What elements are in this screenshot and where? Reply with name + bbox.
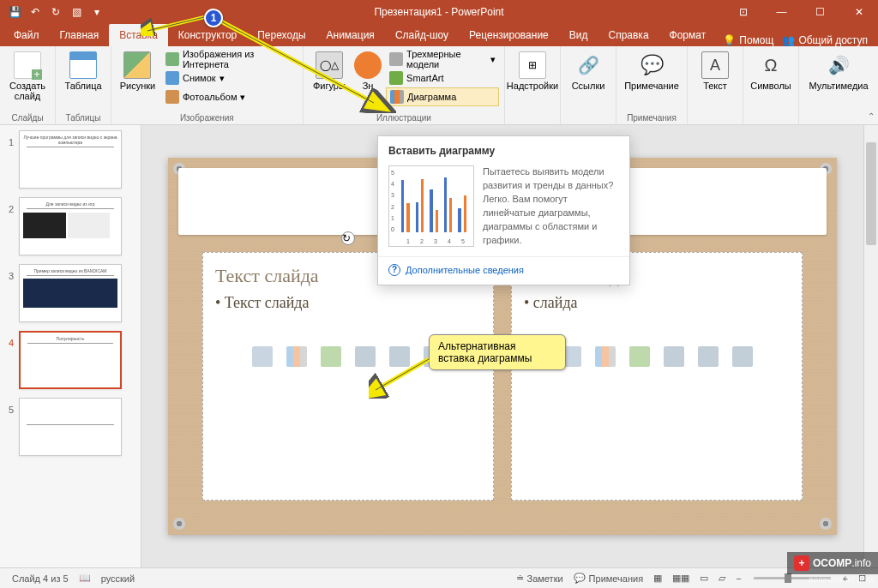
insert-video-icon[interactable]	[732, 346, 753, 367]
minimize-icon[interactable]: —	[762, 0, 801, 24]
insert-picture-icon[interactable]	[664, 346, 684, 367]
text-button[interactable]: A Текст	[693, 50, 737, 93]
slide-counter[interactable]: Слайд 4 из 5	[7, 568, 74, 588]
slide-sorter-view-icon[interactable]: ▦▦	[667, 568, 695, 588]
title-bar: 💾 ↶ ↻ ▧ ▾ Презентация1 - PowerPoint ⊡ — …	[0, 0, 878, 24]
tooltip-chart-preview: 012345 12345	[388, 165, 474, 247]
window-controls: ⊡ — ☐ ✕	[724, 0, 878, 24]
save-icon[interactable]: 💾	[5, 3, 24, 21]
content-placeholder-left[interactable]: ↻ Текст слайда Текст слайда	[202, 252, 494, 501]
rotate-handle-icon[interactable]: ↻	[341, 231, 355, 245]
new-slide-button[interactable]: + Создать слайд	[5, 50, 50, 103]
insert-smartart-icon[interactable]	[629, 346, 650, 367]
tab-review[interactable]: Рецензирование	[459, 24, 559, 46]
svg-line-8	[376, 359, 429, 390]
comments-button[interactable]: 💬 Примечания	[568, 568, 649, 588]
table-button[interactable]: Таблица	[61, 50, 105, 93]
help-icon: ?	[388, 264, 400, 276]
thumbnail-4[interactable]: 4Популярность	[3, 331, 137, 389]
slideshow-view-icon[interactable]: ▱	[713, 568, 731, 588]
chart-button[interactable]: Диаграмма	[386, 87, 499, 106]
redo-icon[interactable]: ↻	[46, 3, 65, 21]
media-icon: 🔊	[825, 51, 852, 79]
reading-view-icon[interactable]: ▭	[695, 568, 713, 588]
insert-smartart-icon[interactable]	[321, 346, 341, 367]
annotation-arrow-to-tab	[141, 14, 209, 36]
symbols-button[interactable]: Ω Символы	[749, 50, 793, 93]
window-title: Презентация1 - PowerPoint	[374, 6, 503, 18]
maximize-icon[interactable]: ☐	[801, 0, 839, 24]
pictures-button[interactable]: Рисунки	[117, 50, 159, 93]
group-label-slides: Слайды	[5, 111, 50, 123]
insert-chart-icon[interactable]	[595, 346, 616, 367]
insert-chart-tooltip: Вставить диаграмму 012345 12345 Пытаетес…	[377, 135, 630, 285]
tooltip-description: Пытаетесь выявить модели развития и трен…	[483, 165, 619, 248]
annotation-step-1-badge: 1	[204, 9, 223, 27]
spellcheck-icon[interactable]: 📖	[74, 568, 96, 588]
insert-chart-icon[interactable]	[286, 346, 307, 367]
addins-button[interactable]: ⊞ Надстройки	[510, 50, 555, 93]
smartart-button[interactable]: SmartArt	[386, 69, 499, 87]
online-pictures-icon	[165, 52, 179, 66]
thumbnail-5[interactable]: 5	[3, 398, 137, 456]
insert-online-picture-icon[interactable]	[698, 346, 719, 367]
tooltip-title: Вставить диаграмму	[378, 136, 629, 162]
links-icon: 🔗	[574, 51, 602, 79]
new-slide-icon: +	[14, 51, 41, 79]
close-icon[interactable]: ✕	[839, 0, 878, 24]
qat-customize-icon[interactable]: ▾	[87, 3, 106, 21]
thumbnail-3[interactable]: 3Пример записи видео из BANDICAM	[3, 264, 137, 322]
group-label-symbols	[749, 111, 793, 123]
annotation-arrow-to-placeholder	[369, 356, 436, 399]
comment-button[interactable]: 💬 Примечание	[622, 50, 682, 93]
tab-format[interactable]: Формат	[659, 24, 717, 46]
table-icon	[69, 51, 97, 79]
links-button[interactable]: 🔗 Ссылки	[566, 50, 610, 93]
symbols-icon: Ω	[757, 51, 785, 79]
thumbnail-2[interactable]: 2Для записи видео из игр	[3, 197, 137, 255]
collapse-ribbon-icon[interactable]: ⌃	[868, 111, 875, 121]
slide-thumbnails-panel: 1Лучшие программы для записи видео с экр…	[0, 125, 141, 567]
ribbon: + Создать слайд Слайды Таблица Таблицы Р…	[0, 46, 878, 125]
group-label-links	[566, 111, 610, 123]
group-label-media	[804, 111, 873, 123]
undo-icon[interactable]: ↶	[26, 3, 45, 21]
ribbon-tabs: Файл Главная Вставка Конструктор Переход…	[0, 24, 878, 46]
thumbnail-1[interactable]: 1Лучшие программы для записи видео с экр…	[3, 130, 137, 189]
svg-line-5	[220, 21, 374, 103]
insert-table-icon[interactable]	[252, 346, 273, 367]
tab-view[interactable]: Вид	[559, 24, 598, 46]
ribbon-options-icon[interactable]: ⊡	[724, 0, 762, 24]
content-placeholder-right[interactable]: Текст слайда слайда	[511, 252, 803, 501]
group-label-comments: Примечания	[622, 111, 682, 123]
watermark: + OCOMP.info ВОПРОСЫ ПО ДЕЛУ	[787, 552, 878, 574]
3d-models-button[interactable]: Трехмерные модели ▾	[386, 50, 499, 69]
group-label-tables: Таблицы	[61, 111, 105, 123]
language-indicator[interactable]: русский	[96, 568, 140, 588]
start-from-beginning-icon[interactable]: ▧	[67, 3, 86, 21]
tooltip-more-info-link[interactable]: ? Дополнительные сведения	[378, 256, 629, 285]
group-label-text	[693, 111, 737, 123]
comment-icon: 💬	[638, 51, 665, 79]
screenshot-icon	[165, 71, 179, 85]
tab-help[interactable]: Справка	[598, 24, 658, 46]
media-button[interactable]: 🔊 Мультимедиа	[804, 50, 873, 93]
placeholder-text-right: слайда	[524, 294, 790, 312]
svg-line-2	[147, 17, 204, 31]
pictures-icon	[123, 51, 151, 79]
annotation-callout: Альтернативная вставка диаграммы	[429, 334, 566, 370]
normal-view-icon[interactable]: ▦	[648, 568, 667, 588]
status-bar: Слайд 4 из 5 📖 русский ≐ Заметки 💬 Приме…	[0, 567, 878, 588]
vertical-scrollbar[interactable]	[863, 125, 878, 567]
addins-icon: ⊞	[519, 51, 546, 79]
notes-button[interactable]: ≐ Заметки	[511, 568, 568, 588]
tab-file[interactable]: Файл	[3, 24, 50, 46]
text-icon: A	[701, 51, 729, 79]
zoom-out-icon[interactable]: −	[731, 568, 746, 588]
annotation-arrow-to-chart	[216, 17, 396, 113]
group-label-addins	[510, 111, 555, 123]
tab-home[interactable]: Главная	[50, 24, 110, 46]
placeholder-text-left: Текст слайда	[215, 294, 481, 312]
share-button[interactable]: 👥 Общий доступ	[782, 34, 868, 46]
tell-me-button[interactable]: 💡 Помощ	[723, 34, 773, 46]
